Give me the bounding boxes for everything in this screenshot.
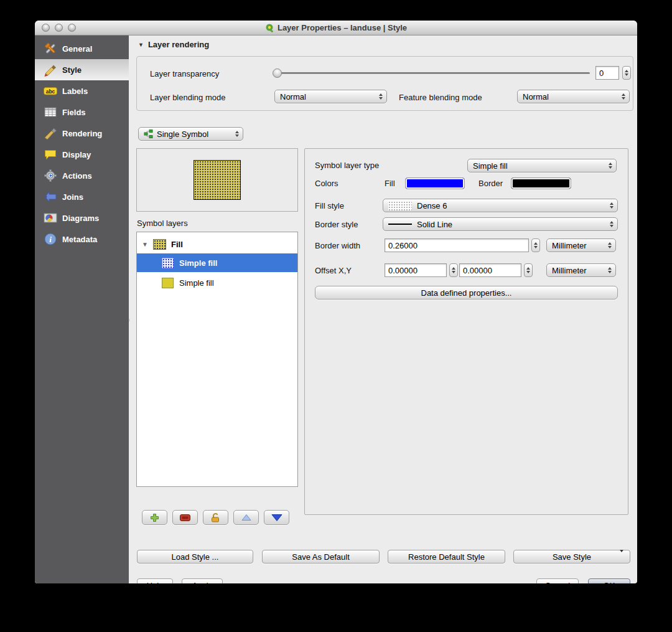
symbol-layer-properties-panel: Symbol layer type Simple fill Colors Fil… — [304, 148, 628, 515]
remove-symbol-layer-button[interactable] — [172, 510, 198, 525]
sidebar-item-joins[interactable]: Joins — [35, 186, 129, 207]
combo-arrows-icon — [622, 90, 625, 103]
transparency-slider-knob[interactable] — [273, 68, 282, 78]
disclosure-triangle-icon[interactable]: ▼ — [137, 241, 153, 248]
offset-x-stepper[interactable] — [449, 263, 458, 277]
transparency-stepper[interactable] — [622, 66, 631, 80]
transparency-slider-track[interactable] — [274, 72, 590, 74]
transparency-value-field[interactable] — [595, 66, 619, 80]
combo-arrows-icon — [609, 159, 612, 172]
symbol-preview-box — [136, 148, 298, 212]
sidebar-item-actions[interactable]: Actions — [35, 165, 129, 186]
stepper-up-icon[interactable] — [625, 70, 628, 72]
offset-y-stepper[interactable] — [524, 263, 533, 277]
open-lock-icon — [211, 512, 220, 522]
plus-icon — [150, 513, 159, 522]
offset-label: Offset X,Y — [315, 266, 352, 275]
data-defined-properties-button[interactable]: Data defined properties... — [315, 286, 618, 299]
layer-properties-dialog: Layer Properties – landuse | Style Gener… — [35, 21, 637, 583]
restore-default-style-label: Restore Default Style — [408, 552, 485, 562]
sidebar-item-style[interactable]: Style — [35, 59, 129, 80]
join-arrow-icon — [43, 190, 57, 204]
title-bar[interactable]: Layer Properties – landuse | Style — [35, 21, 637, 35]
tree-row-fill[interactable]: ▼ Fill — [137, 235, 297, 253]
renderer-select[interactable]: Single Symbol — [138, 127, 243, 141]
single-symbol-icon — [144, 129, 153, 139]
data-defined-properties-label: Data defined properties... — [421, 288, 512, 298]
sidebar-item-diagrams[interactable]: Diagrams — [35, 207, 129, 229]
sidebar-item-display[interactable]: Display — [35, 144, 129, 165]
border-width-field[interactable] — [385, 238, 529, 252]
ok-label: OK — [604, 581, 615, 584]
svg-text:i: i — [49, 235, 52, 244]
symbol-layer-type-label: Symbol layer type — [315, 161, 379, 170]
border-color-button[interactable] — [511, 177, 571, 189]
layer-rendering-groupbox: Layer transparency Layer blending mode N… — [136, 56, 633, 111]
sidebar-label: Rendering — [62, 129, 102, 138]
up-triangle-icon — [241, 514, 252, 521]
cancel-button[interactable]: Cancel — [536, 578, 579, 583]
abc-label-icon: abc — [43, 84, 57, 98]
sidebar-label: Actions — [62, 171, 92, 181]
layer-blending-label: Layer blending mode — [150, 93, 225, 102]
tree-row-simple-fill-1[interactable]: Simple fill — [137, 253, 297, 272]
fill-symbol-swatch — [153, 239, 166, 250]
feature-blending-select[interactable]: Normal — [517, 90, 630, 103]
cancel-label: Cancel — [545, 581, 570, 584]
help-button[interactable]: Help — [137, 578, 173, 583]
ok-button[interactable]: OK — [588, 578, 630, 583]
sidebar-label: Diagrams — [62, 214, 99, 223]
solid-line-swatch — [388, 224, 412, 225]
offset-x-field[interactable] — [385, 263, 447, 277]
sidebar-item-general[interactable]: General — [35, 38, 129, 59]
paintbrush-icon — [43, 63, 57, 77]
move-layer-down-button[interactable] — [264, 510, 289, 525]
table-icon — [43, 105, 57, 120]
add-symbol-layer-button[interactable] — [142, 510, 167, 525]
splitter-handle[interactable]: ‹ — [128, 317, 133, 326]
transparency-label: Layer transparency — [150, 69, 219, 78]
fill-style-pattern-swatch — [388, 201, 412, 210]
sidebar-item-metadata[interactable]: i Metadata — [35, 229, 129, 250]
save-as-default-button[interactable]: Save As Default — [262, 550, 380, 564]
fill-style-select[interactable]: Dense 6 — [383, 199, 618, 212]
sidebar-label: Fields — [62, 108, 86, 117]
apply-label: Apply — [192, 581, 213, 584]
symbol-layer-type-value: Simple fill — [473, 161, 508, 171]
combo-arrows-icon — [379, 90, 383, 103]
restore-default-style-button[interactable]: Restore Default Style — [388, 550, 505, 564]
sidebar-label: Style — [62, 65, 82, 75]
move-layer-up-button[interactable] — [233, 510, 259, 525]
lock-symbol-layer-button[interactable] — [203, 510, 228, 525]
offset-y-field[interactable] — [459, 263, 521, 277]
save-style-button[interactable]: Save Style — [513, 550, 630, 564]
sidebar: General Style abc Labels Fields Renderin… — [35, 35, 129, 583]
sidebar-label: Joins — [62, 192, 83, 202]
tree-row-simple-fill-2[interactable]: Simple fill — [137, 273, 297, 292]
style-page: ‹ ▼ Layer rendering Layer transparency L… — [129, 35, 637, 583]
stepper-down-icon[interactable] — [625, 73, 628, 76]
layer-blending-select[interactable]: Normal — [274, 90, 387, 103]
border-width-stepper[interactable] — [531, 238, 540, 252]
sidebar-label: Metadata — [62, 235, 97, 244]
sidebar-item-labels[interactable]: abc Labels — [35, 80, 129, 101]
sidebar-item-fields[interactable]: Fields — [35, 101, 129, 123]
border-width-unit-select[interactable]: Millimeter — [546, 238, 616, 252]
down-triangle-icon — [271, 514, 283, 522]
apply-button[interactable]: Apply — [182, 578, 223, 583]
save-as-default-label: Save As Default — [292, 552, 350, 562]
save-style-label: Save Style — [553, 552, 591, 562]
fill-color-button[interactable] — [405, 177, 465, 189]
layer-blending-value: Normal — [280, 92, 306, 101]
symbol-layer-type-select[interactable]: Simple fill — [467, 159, 617, 172]
load-style-label: Load Style ... — [172, 552, 219, 562]
layer-rendering-header[interactable]: ▼ Layer rendering — [138, 40, 209, 49]
yellow-fill-swatch — [162, 278, 174, 288]
load-style-button[interactable]: Load Style ... — [137, 550, 253, 564]
border-style-select[interactable]: Solid Line — [383, 217, 618, 231]
feature-blending-value: Normal — [523, 92, 549, 101]
sidebar-label: General — [62, 44, 92, 54]
dropdown-arrow-icon — [620, 552, 623, 562]
sidebar-item-rendering[interactable]: Rendering — [35, 123, 129, 144]
offset-unit-select[interactable]: Millimeter — [546, 263, 616, 277]
